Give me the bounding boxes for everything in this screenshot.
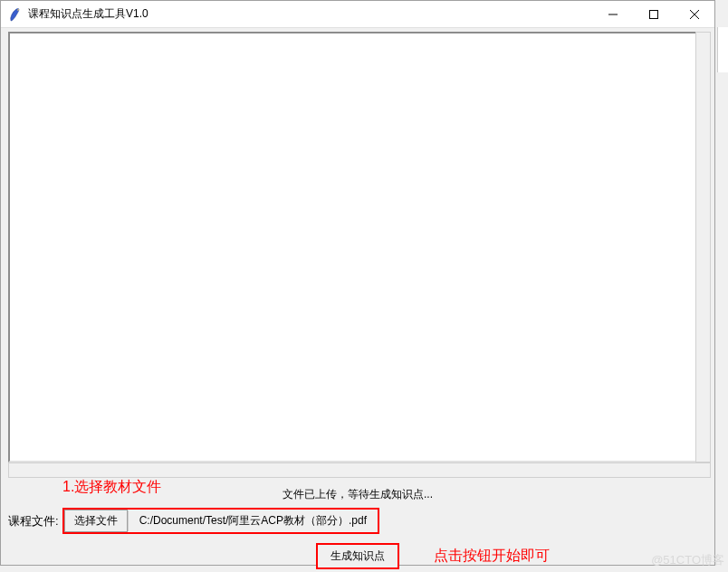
output-area-container (8, 32, 711, 462)
close-button[interactable] (674, 1, 714, 27)
vertical-scrollbar[interactable] (695, 32, 711, 462)
file-selection-highlight: 选择文件 C:/Document/Test/阿里云ACP教材（部分）.pdf (62, 508, 379, 534)
generate-row: 生成知识点 点击按钮开始即可 (8, 543, 707, 569)
minimize-button[interactable] (592, 1, 633, 27)
watermark: @51CTO博客 (651, 552, 724, 568)
window-controls (592, 1, 714, 27)
titlebar: 课程知识点生成工具V1.0 (1, 1, 714, 28)
bottom-panel: 1.选择教材文件 文件已上传，等待生成知识点... 课程文件: 选择文件 C:/… (1, 478, 714, 569)
file-row: 课程文件: 选择文件 C:/Document/Test/阿里云ACP教材（部分）… (8, 508, 707, 534)
side-sliver (717, 27, 728, 72)
app-window: 课程知识点生成工具V1.0 1.选择教材文件 文件已上传，等待生成知识点... … (0, 0, 715, 566)
titlebar-left: 课程知识点生成工具V1.0 (8, 6, 148, 22)
file-label: 课程文件: (8, 513, 59, 529)
annotation-step2: 点击按钮开始即可 (434, 547, 550, 566)
file-path-display: C:/Document/Test/阿里云ACP教材（部分）.pdf (128, 510, 378, 531)
annotation-step1: 1.选择教材文件 (62, 478, 161, 497)
window-title: 课程知识点生成工具V1.0 (28, 6, 148, 22)
app-icon (8, 7, 23, 22)
generate-button[interactable]: 生成知识点 (330, 549, 385, 562)
horizontal-scrollbar[interactable] (8, 462, 711, 478)
output-textarea[interactable] (8, 32, 695, 462)
generate-button-highlight: 生成知识点 (316, 543, 399, 569)
svg-rect-1 (649, 10, 657, 18)
choose-file-button[interactable]: 选择文件 (64, 510, 128, 532)
maximize-button[interactable] (633, 1, 674, 27)
